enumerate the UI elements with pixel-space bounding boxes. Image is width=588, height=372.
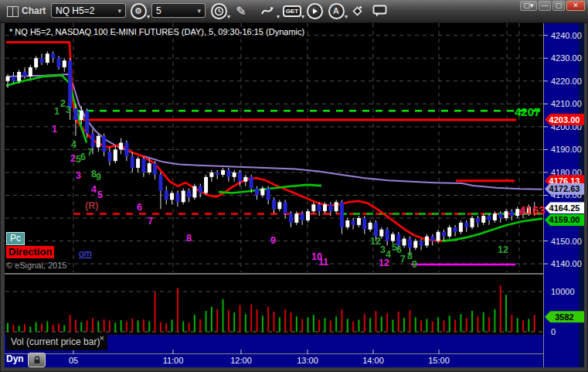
count-label-green: 12 xyxy=(370,236,381,247)
time-tick-label: 11:00 xyxy=(163,356,184,365)
count-label-green: 1 xyxy=(54,106,59,117)
chevron-down-icon: ▾ xyxy=(197,7,201,15)
count-label-green: 7 xyxy=(87,147,93,158)
price-tick-label: 4210.00 xyxy=(551,99,582,108)
chart-title: * NQ H5=2, NASDAQ 100 E-MINI FUTURES (DA… xyxy=(9,27,304,36)
chart-window: Chart NQ H5=2 ▾ ⚙ ▾ 5 ▾ ▾ ✎ ▾ GET ▾ xyxy=(0,0,588,372)
time-tick-label: 05 xyxy=(69,356,78,365)
price-badge: 4164.25 xyxy=(545,202,584,213)
play-button[interactable] xyxy=(304,2,325,19)
chevron-down-icon: ▾ xyxy=(227,13,230,20)
price-tick-label: 4190.00 xyxy=(551,145,582,154)
count-label-green: 12 xyxy=(498,244,508,255)
time-tick-label: 12:00 xyxy=(230,356,252,365)
price-tick-label: 4240.00 xyxy=(551,31,582,40)
symbol-value: NQ H5=2 xyxy=(56,5,94,16)
studies-button[interactable]: ▾ xyxy=(258,2,278,19)
count-label-magenta: 8 xyxy=(186,233,192,244)
minimize-button[interactable]: — xyxy=(539,1,551,11)
play-icon xyxy=(307,3,323,19)
count-label-magenta: 9 xyxy=(270,235,276,246)
tab-close-icon[interactable]: × xyxy=(100,333,104,343)
count-label-green: 9 xyxy=(412,259,417,270)
pencil-icon: ✎ xyxy=(236,4,246,19)
draw-tool-button[interactable]: ✎ xyxy=(232,2,250,19)
auto-trendline-button[interactable]: A ▾ xyxy=(326,2,346,19)
price-tick-label: 4150.00 xyxy=(551,237,582,246)
app-title: Chart xyxy=(22,5,46,16)
price-tick-label: 4140.00 xyxy=(551,259,582,268)
time-tick-label: 13:00 xyxy=(297,356,318,365)
dyn-label: Dyn xyxy=(6,353,24,364)
volume-tick-label: 0 xyxy=(551,327,556,336)
count-label-magenta: 12 xyxy=(379,258,389,268)
gear-icon: ⚙ xyxy=(131,3,147,19)
watermark-link[interactable]: om xyxy=(79,248,92,259)
count-label-magenta: 11 xyxy=(318,257,328,268)
time-tick-label: 15:00 xyxy=(428,356,450,365)
count-label-green: 6 xyxy=(80,152,86,162)
count-label-green: 3 xyxy=(380,244,386,255)
count-label-magenta: 6 xyxy=(137,202,142,213)
axis-border xyxy=(543,23,544,354)
price-badge: 4172.63 xyxy=(545,183,584,195)
level-label-4163: 4163 xyxy=(519,203,545,217)
count-label-magenta: 2 xyxy=(70,153,76,164)
restore-menu-button[interactable]: ▢▾ xyxy=(520,1,537,11)
curve-arrow-icon xyxy=(261,5,275,17)
clock-icon xyxy=(211,3,227,19)
symbol-dropdown[interactable]: NQ H5=2 ▾ xyxy=(51,3,126,18)
count-label-green: 4 xyxy=(71,139,76,150)
comment-button[interactable] xyxy=(369,2,389,19)
title-bar: Chart NQ H5=2 ▾ ⚙ ▾ 5 ▾ ▾ ✎ ▾ GET ▾ xyxy=(0,0,588,23)
volume-badge: 3582 xyxy=(545,311,584,323)
get-data-button[interactable]: GET ▾ xyxy=(281,2,303,19)
price-tick-label: 4220.00 xyxy=(551,77,582,86)
price-tick-label: 4230.00 xyxy=(551,53,582,63)
count-label-green: 9 xyxy=(96,172,101,183)
chevron-down-icon: ▾ xyxy=(117,7,121,15)
direction-indicator-label: Direction xyxy=(6,246,54,258)
copyright-label: © eSignal, 2015 xyxy=(6,261,66,270)
padlock-icon xyxy=(33,356,41,364)
tab-label: Vol (current price bar) xyxy=(11,336,100,347)
tab-vol-current-price-bar[interactable]: Vol (current price bar) × xyxy=(6,333,107,350)
interval-dropdown[interactable]: 5 ▾ xyxy=(151,3,206,18)
chart-window-icon xyxy=(7,6,18,16)
speech-bubble-icon xyxy=(372,5,387,18)
letter-a-icon: A xyxy=(328,3,345,19)
volume-panel[interactable] xyxy=(5,275,543,335)
price-badge: 4159.00 xyxy=(545,214,584,226)
price-badge: 4203.00 xyxy=(545,114,584,125)
count-label-magenta: 1 xyxy=(52,124,57,135)
close-button[interactable]: ✕ xyxy=(566,1,585,11)
get-icon: GET xyxy=(283,5,301,17)
format-brush-button[interactable] xyxy=(348,2,366,19)
lock-button[interactable] xyxy=(28,353,46,367)
time-settings-button[interactable]: ▾ xyxy=(209,2,229,19)
brush-icon xyxy=(351,5,363,17)
count-label-magenta: 5 xyxy=(97,189,103,200)
maximize-button[interactable]: ▢ xyxy=(552,1,565,11)
level-label-4207: 4207 xyxy=(515,105,540,118)
count-label-green: 2 xyxy=(60,98,66,109)
resistance-label: (R) xyxy=(85,200,98,211)
pc-indicator-label: Pc xyxy=(6,232,25,245)
count-label-magenta: 4 xyxy=(91,184,97,195)
count-label-green: 7 xyxy=(400,254,406,264)
time-tick-label: 14:00 xyxy=(362,356,384,365)
count-label-green: 3 xyxy=(66,104,71,115)
chevron-down-icon: ▾ xyxy=(277,13,280,20)
count-label-magenta: 7 xyxy=(148,216,153,227)
volume-tick-label: 10000 xyxy=(551,287,575,296)
symbol-settings-button[interactable]: ⚙ ▾ xyxy=(128,2,148,19)
time-axis-border xyxy=(5,353,544,354)
interval-value: 5 xyxy=(156,5,161,16)
chevron-down-icon: ▾ xyxy=(147,13,150,20)
count-label-magenta: 3 xyxy=(76,170,81,181)
